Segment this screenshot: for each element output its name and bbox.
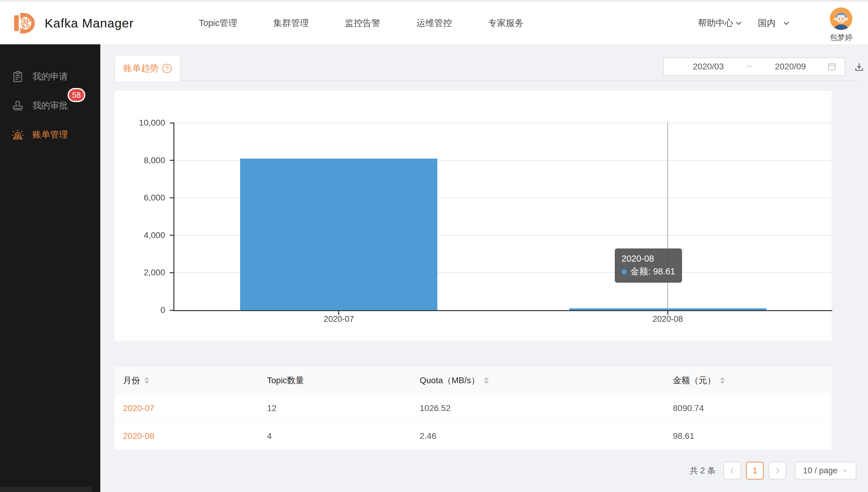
user-avatar[interactable] <box>830 7 852 30</box>
sidebar-item-billing[interactable]: 账单管理 <box>0 120 100 149</box>
date-start-input[interactable]: 2020/03 <box>672 62 745 72</box>
pagination: 共 2 条 1 10 / page <box>115 462 857 480</box>
y-gridline <box>174 123 832 123</box>
main-nav: Topic管理 集群管理 监控告警 运维管控 专家服务 <box>199 2 524 44</box>
help-center-menu[interactable]: 帮助中心 <box>698 17 743 29</box>
y-axis-tick-label: 6,000 <box>104 192 165 203</box>
nav-monitor[interactable]: 监控告警 <box>345 17 380 29</box>
y-axis-tick <box>170 197 174 198</box>
nav-cluster[interactable]: 集群管理 <box>274 17 309 29</box>
date-range-separator: ~ <box>745 62 754 72</box>
tooltip-row: 金额: 98.61 <box>621 265 675 278</box>
next-page-button[interactable] <box>769 462 786 479</box>
sort-icon[interactable] <box>720 377 725 384</box>
tab-billing-trend[interactable]: 账单趋势 ? <box>115 55 180 81</box>
bar-2020-07[interactable] <box>240 158 437 310</box>
y-axis-tick-label: 2,000 <box>104 267 165 278</box>
user-menu[interactable]: 包梦婷 <box>827 7 855 43</box>
page: Kafka Manager Topic管理 集群管理 监控告警 运维管控 专家服… <box>0 0 868 492</box>
nav-topic[interactable]: Topic管理 <box>199 17 237 29</box>
cell-quota: 1026.52 <box>420 403 673 413</box>
question-circle-icon[interactable]: ? <box>162 64 171 73</box>
region-menu[interactable]: 国内 <box>758 17 790 29</box>
table-row: 2020-07 12 1026.52 8090.74 <box>115 395 831 422</box>
y-axis-tick-label: 0 <box>104 305 165 316</box>
cell-topics: 12 <box>267 403 420 413</box>
column-header-quota[interactable]: Quota（MB/s） <box>420 375 673 386</box>
page-1-button[interactable]: 1 <box>746 462 764 479</box>
chart-tooltip: 2020-08 金额: 98.61 <box>615 248 682 283</box>
table-row: 2020-08 4 2.46 98.61 <box>115 422 831 450</box>
user-name: 包梦婷 <box>830 32 853 43</box>
month-link[interactable]: 2020-08 <box>123 431 155 441</box>
page-size-select[interactable]: 10 / page <box>795 462 857 479</box>
y-axis-tick <box>170 123 174 123</box>
chevron-down-icon <box>782 19 790 27</box>
calendar-icon <box>827 62 837 72</box>
y-axis-tick-label: 4,000 <box>104 230 165 241</box>
y-axis-tick-label: 8,000 <box>104 155 165 166</box>
clipboard-icon <box>11 71 24 83</box>
navbar: Kafka Manager Topic管理 集群管理 监控告警 运维管控 专家服… <box>0 2 868 45</box>
chevron-left-icon <box>729 467 735 474</box>
sidebar-menu: 我的申请 我的审批 账单管理 <box>0 44 100 149</box>
chevron-down-icon <box>735 19 743 27</box>
billing-trend-chart-card: 2020-08 金额: 98.61 02,0004,0006,0008,0001… <box>115 91 831 341</box>
cell-amount: 98.61 <box>673 431 831 441</box>
stamp-icon <box>11 100 24 112</box>
x-axis-tick-label: 2020-08 <box>622 315 713 324</box>
nav-expert[interactable]: 专家服务 <box>488 17 524 29</box>
table-header-row: 月份 Topic数量 Quota（MB/s） 金额（元） <box>115 367 831 395</box>
x-axis-tick-label: 2020-07 <box>293 315 385 324</box>
y-axis-tick <box>170 272 174 273</box>
app-title: Kafka Manager <box>45 16 134 30</box>
y-axis-tick-label: 10,000 <box>104 117 165 128</box>
y-axis-tick <box>170 310 174 311</box>
sidebar: 我的申请 我的审批 账单管理 58 <box>0 44 100 492</box>
tabbar-divider <box>180 80 860 81</box>
sort-icon[interactable] <box>144 377 149 384</box>
nav-ops[interactable]: 运维管控 <box>417 17 452 29</box>
approvals-count-badge: 58 <box>68 88 85 102</box>
column-header-topics: Topic数量 <box>267 375 420 386</box>
series-dot-icon <box>621 269 627 274</box>
alarm-light-icon <box>11 129 24 141</box>
y-axis-tick <box>170 160 174 161</box>
app-logo-icon[interactable] <box>12 9 40 37</box>
pagination-total: 共 2 条 <box>690 465 715 476</box>
sidebar-collapse-bar[interactable] <box>0 487 92 492</box>
y-axis-tick <box>170 235 174 236</box>
download-button[interactable] <box>852 60 866 74</box>
prev-page-button[interactable] <box>723 462 741 479</box>
chevron-right-icon <box>774 467 781 474</box>
chevron-down-icon <box>842 467 848 474</box>
cell-amount: 8090.74 <box>673 403 831 413</box>
chart-plot: 2020-08 金额: 98.61 02,0004,0006,0008,0001… <box>173 123 832 311</box>
date-end-input[interactable]: 2020/09 <box>754 62 827 72</box>
column-header-amount[interactable]: 金额（元） <box>673 375 831 386</box>
download-icon <box>853 62 865 72</box>
tooltip-title: 2020-08 <box>621 252 675 265</box>
column-header-month[interactable]: 月份 <box>123 375 267 386</box>
cell-topics: 4 <box>267 431 420 441</box>
cell-quota: 2.46 <box>420 431 673 441</box>
billing-table: 月份 Topic数量 Quota（MB/s） 金额（元） 2020-07 12 … <box>115 367 831 450</box>
sidebar-item-my-applications[interactable]: 我的申请 <box>0 62 100 91</box>
date-range-picker[interactable]: 2020/03 ~ 2020/09 <box>663 57 845 76</box>
month-link[interactable]: 2020-07 <box>123 403 155 413</box>
tooltip-value: 98.61 <box>653 267 675 276</box>
sort-icon[interactable] <box>484 377 489 384</box>
